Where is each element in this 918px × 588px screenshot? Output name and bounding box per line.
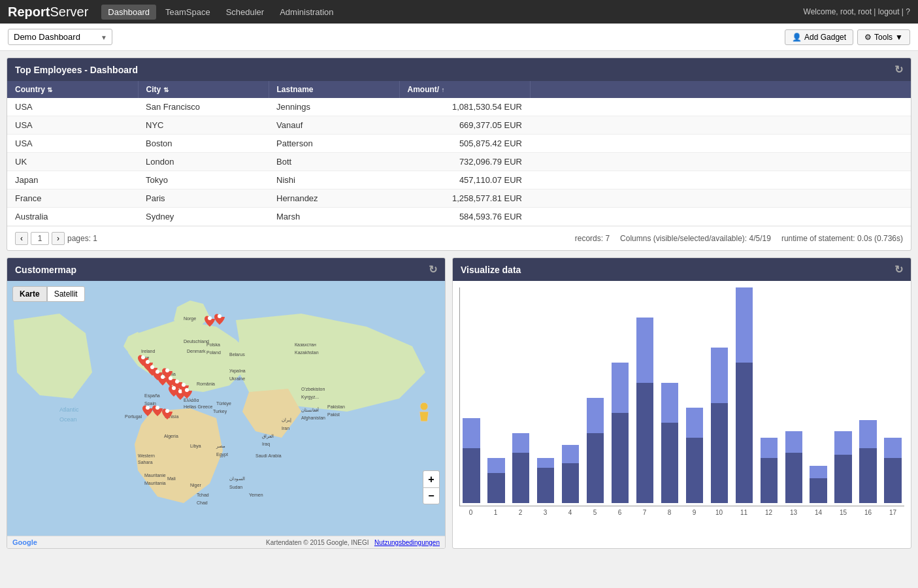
cell-city: Paris [138,189,269,208]
chart-x-label: 9 [683,509,706,516]
logo-bold: Report [8,5,50,19]
svg-text:Poland: Poland [206,350,221,355]
col-country[interactable]: Country ⇅ [7,81,138,98]
map-background: Atlantic Ocean Ireland Eire Deutschland … [7,281,445,536]
cell-city: San Francisco [138,98,269,116]
table-header-row: Country ⇅ City ⇅ Lastname Amount/ ↑ [7,81,911,98]
bar-segment-light [587,433,604,503]
bar-group [584,287,607,503]
svg-text:Казахстан: Казахстан [295,342,316,347]
add-gadget-icon: 👤 [792,33,802,42]
bar-segment-dark [834,431,851,455]
col-lastname[interactable]: Lastname [269,81,399,98]
cell-country: USA [7,135,138,153]
satellit-button[interactable]: Satellit [47,286,85,302]
bar-group [510,287,533,503]
nav-dashboard[interactable]: Dashboard [101,5,156,20]
zoom-out-button[interactable]: − [423,487,440,504]
help-link[interactable]: ? [906,7,910,16]
table-row: USA San Francisco Jennings 1,081,530.54 … [7,98,911,116]
nav-scheduler[interactable]: Scheduler [220,5,271,20]
chart-x-label: 2 [509,509,532,516]
svg-point-69 [420,402,428,410]
bar-segment-dark [537,458,554,468]
bar-group [732,287,755,503]
svg-point-63 [172,386,176,390]
top-employees-refresh-icon[interactable]: ↻ [894,63,903,76]
visualize-panel: Visualize data ↻ 01234567891011121314151… [452,257,911,549]
chart-x-label: 6 [608,509,631,516]
pagination-bar: ‹ 1 › pages: 1 records: 7 Columns (visib… [7,226,911,250]
svg-text:إيران: إيران [282,417,291,423]
bottom-row: Customermap ↻ [7,257,911,549]
add-gadget-button[interactable]: 👤 Add Gadget [785,29,853,45]
svg-point-67 [156,406,159,410]
svg-text:Saudi Arabia: Saudi Arabia [255,453,282,458]
cell-lastname: Marsh [269,208,399,226]
bar-segment-light [562,463,579,503]
svg-text:Mauritanie: Mauritanie [144,473,166,478]
visualize-header: Visualize data ↻ [453,258,911,281]
cell-lastname: Jennings [269,98,399,116]
pagination-right: records: 7 Columns (visible/selected/ava… [575,234,903,243]
svg-text:Kazakhstan: Kazakhstan [295,350,319,355]
next-page-button[interactable]: › [52,232,65,245]
customermap-panel: Customermap ↻ [7,257,446,549]
svg-point-62 [182,383,186,387]
cell-extra [530,189,911,208]
bar-segment-dark [487,458,504,473]
table-row: France Paris Hernandez 1,258,577.81 EUR [7,189,911,208]
svg-text:Sudan: Sudan [229,485,242,489]
bar-group [460,287,483,503]
nav-teamspace[interactable]: TeamSpace [159,5,217,20]
tools-chevron-icon: ▼ [895,33,903,42]
cell-city: Tokyo [138,171,269,189]
customermap-title: Customermap [15,265,76,275]
svg-text:Iran: Iran [282,426,289,431]
cell-country: UK [7,153,138,171]
bar-group [807,287,830,503]
svg-text:Niger: Niger [190,483,201,488]
zoom-in-button[interactable]: + [423,470,440,487]
bar-segment-light [512,453,529,503]
nav-administration[interactable]: Administration [273,5,340,20]
bar-segment-light [487,473,504,503]
chart-x-label: 13 [782,509,805,516]
current-page: 1 [31,232,49,245]
cell-amount: 505,875.42 EUR [399,135,530,153]
svg-text:Portugal: Portugal [125,414,142,419]
cell-lastname: Hernandez [269,189,399,208]
map-footer-text: Kartendaten © 2015 Google, INEGI Nutzung… [266,539,440,546]
bar-segment-light [612,413,629,503]
bar-segment-dark [785,431,802,453]
top-employees-title: Top Employees - Dashboard [15,65,138,75]
nutzungsbedingungen-link[interactable]: Nutzungsbedingungen [374,539,440,546]
svg-text:Turkey: Turkey [213,409,227,414]
svg-text:Norge: Norge [184,316,196,321]
svg-text:Kyrgyz...: Kyrgyz... [301,395,319,400]
pagination-left: ‹ 1 › pages: 1 [15,232,97,245]
svg-text:Belarus: Belarus [229,352,245,357]
svg-text:Atlantic: Atlantic [59,406,79,413]
columns-label: Columns (visible/selected/available): 4/… [620,234,771,243]
cell-country: USA [7,116,138,135]
karte-button[interactable]: Karte [12,286,47,302]
col-amount[interactable]: Amount/ ↑ [399,81,530,98]
svg-text:România: România [197,382,215,386]
col-city[interactable]: City ⇅ [138,81,269,98]
prev-page-button[interactable]: ‹ [15,232,28,245]
dashboard-select[interactable]: Demo Dashboard [8,29,112,45]
svg-text:Ελλάδα: Ελλάδα [184,398,199,402]
tools-button[interactable]: ⚙ Tools ▼ [857,29,910,45]
svg-text:Pakistan: Pakistan [327,404,345,409]
bar-group [757,287,780,503]
svg-text:Ireland: Ireland [141,349,156,353]
visualize-refresh-icon[interactable]: ↻ [894,263,903,276]
customermap-refresh-icon[interactable]: ↻ [429,263,437,276]
table-body: USA San Francisco Jennings 1,081,530.54 … [7,98,911,226]
svg-text:العراق: العراق [262,434,274,439]
cell-amount: 669,377.05 EUR [399,116,530,135]
bar-segment-dark [587,398,604,433]
svg-point-60 [169,376,172,380]
logout-link[interactable]: logout [878,7,900,16]
